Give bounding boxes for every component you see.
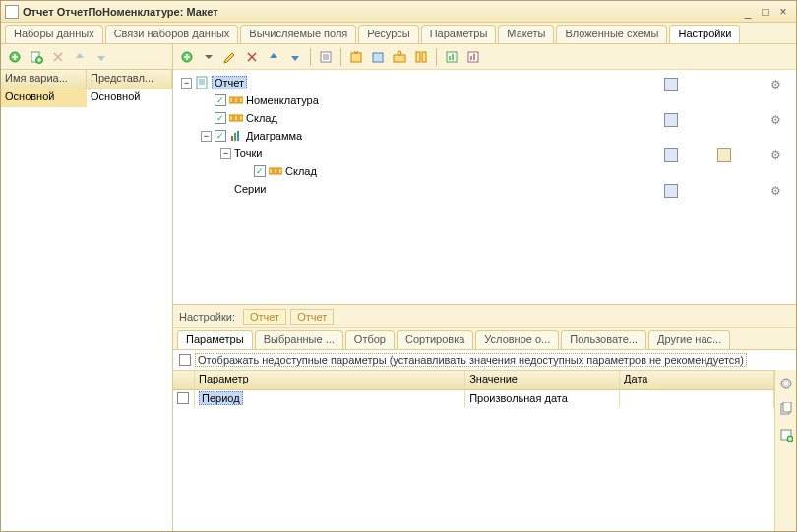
wizard1-icon[interactable]	[346, 47, 366, 67]
expander-icon[interactable]: −	[220, 148, 231, 159]
expander-icon[interactable]: −	[181, 78, 192, 89]
show-unavailable-checkbox[interactable]	[179, 354, 191, 366]
side-add-icon[interactable]	[776, 425, 796, 444]
tree-item[interactable]: ✓Номенклатура⚙	[177, 91, 792, 109]
tree-checkbox[interactable]: ✓	[254, 165, 266, 177]
move-down-icon[interactable]	[92, 47, 111, 67]
main-tabs: Наборы данныхСвязи наборов данныхВычисля…	[1, 23, 796, 44]
tab-макеты[interactable]: Макеты	[498, 25, 554, 43]
params-header: Параметр Значение Дата	[173, 371, 774, 390]
minimize-button[interactable]: _	[739, 5, 757, 19]
up-icon[interactable]	[264, 47, 283, 67]
tree-item[interactable]: Серии	[177, 180, 792, 198]
side-copy-icon[interactable]	[776, 399, 796, 419]
add-icon[interactable]	[5, 47, 25, 67]
tree-item[interactable]: ✓Склад	[177, 162, 792, 180]
side-gear-icon[interactable]	[776, 374, 796, 393]
gear-icon[interactable]: ⚙	[770, 78, 784, 91]
svg-rect-13	[452, 54, 454, 60]
maximize-button[interactable]: □	[757, 5, 774, 19]
window-title: Отчет ОтчетПоНоменклатуре: Макет	[23, 6, 739, 18]
report-icon	[195, 76, 209, 89]
col-date: Дата	[620, 371, 774, 389]
crumb-report-1[interactable]: Отчет	[243, 309, 286, 325]
down-icon[interactable]	[285, 47, 305, 67]
expander-icon[interactable]: −	[201, 131, 212, 142]
variant-row[interactable]: Основной Основной	[1, 89, 172, 107]
tree-item[interactable]: ✓Склад⚙	[177, 109, 792, 127]
right-panel: −Отчет⚙✓Номенклатура⚙✓Склад⚙−✓Диаграмма⚙…	[173, 44, 796, 531]
param-date	[620, 390, 774, 408]
svg-rect-10	[422, 52, 426, 62]
settings-tab-3[interactable]: Сортировка	[397, 330, 473, 349]
tree-root[interactable]: −Отчет⚙	[177, 74, 792, 91]
delete-node-icon[interactable]	[242, 47, 262, 67]
svg-rect-15	[470, 56, 472, 60]
svg-rect-16	[473, 54, 475, 60]
svg-rect-7	[394, 55, 405, 62]
tab-вложенные-схемы[interactable]: Вложенные схемы	[556, 25, 667, 43]
group-icon	[229, 93, 243, 107]
settings-tab-0[interactable]: Параметры	[177, 330, 253, 349]
param-checkbox[interactable]	[177, 392, 189, 404]
settings-tab-2[interactable]: Отбор	[345, 330, 395, 349]
crumb-report-2[interactable]: Отчет	[290, 309, 334, 325]
tree-checkbox[interactable]: ✓	[215, 130, 226, 142]
tab-настройки[interactable]: Настройки	[669, 25, 740, 43]
structure-toolbar	[173, 44, 796, 70]
svg-point-8	[398, 51, 401, 55]
svg-rect-25	[234, 133, 236, 141]
dropdown-icon[interactable]	[199, 47, 218, 67]
tree-checkbox[interactable]: ✓	[215, 112, 226, 124]
svg-rect-23	[239, 115, 243, 121]
tab-связи-наборов-данных[interactable]: Связи наборов данных	[105, 25, 239, 43]
move-up-icon[interactable]	[70, 47, 90, 67]
settings-tabs: ПараметрыВыбранные ...ОтборСортировкаУсл…	[173, 328, 796, 350]
tab-ресурсы[interactable]: Ресурсы	[358, 25, 418, 43]
params-grid-area: Параметр Значение Дата Период Произвольн…	[173, 370, 796, 531]
edit-icon[interactable]	[220, 47, 240, 67]
tab-параметры[interactable]: Параметры	[421, 25, 497, 43]
list-settings-icon[interactable]	[664, 78, 678, 91]
preview2-icon[interactable]	[463, 47, 483, 67]
variants-toolbar	[1, 44, 172, 70]
wizard3-icon[interactable]	[390, 47, 409, 67]
add-copy-icon[interactable]	[27, 47, 46, 67]
svg-rect-19	[234, 97, 238, 103]
titlebar: Отчет ОтчетПоНоменклатуре: Макет _ □ ×	[1, 1, 796, 23]
add-node-icon[interactable]	[177, 47, 197, 67]
group-icon	[229, 111, 243, 125]
variants-panel: Имя вариа... Представл... Основной Основ…	[1, 44, 173, 531]
tree-item[interactable]: −✓Диаграмма⚙	[177, 127, 792, 145]
close-button[interactable]: ×	[774, 5, 792, 19]
svg-rect-20	[239, 97, 243, 103]
tab-наборы-данных[interactable]: Наборы данных	[5, 25, 103, 43]
param-value: Произвольная дата	[465, 390, 620, 408]
properties-icon[interactable]	[316, 47, 336, 67]
settings-tab-1[interactable]: Выбранные ...	[255, 330, 343, 349]
settings-tab-6[interactable]: Другие нас...	[648, 330, 730, 349]
diagram-icon	[229, 129, 243, 143]
svg-rect-33	[783, 402, 791, 412]
app-icon	[5, 5, 19, 19]
delete-icon[interactable]	[48, 47, 68, 67]
settings-tab-5[interactable]: Пользовате...	[561, 330, 646, 349]
svg-rect-21	[229, 115, 233, 121]
tree-checkbox[interactable]: ✓	[215, 94, 226, 106]
param-row[interactable]: Период Произвольная дата	[173, 390, 774, 408]
settings-tab-4[interactable]: Условное о...	[475, 330, 559, 349]
window: Отчет ОтчетПоНоменклатуре: Макет _ □ × Н…	[0, 0, 797, 532]
tree-label: Номенклатура	[246, 94, 319, 106]
tab-вычисляемые-поля[interactable]: Вычисляемые поля	[240, 25, 356, 43]
show-unavailable-row: Отображать недоступные параметры (устана…	[173, 350, 796, 370]
body: Имя вариа... Представл... Основной Основ…	[1, 44, 796, 531]
wizard2-icon[interactable]	[368, 47, 388, 67]
tree-item[interactable]: −Точки	[177, 145, 792, 162]
preview1-icon[interactable]	[442, 47, 461, 67]
structure-tree[interactable]: −Отчет⚙✓Номенклатура⚙✓Склад⚙−✓Диаграмма⚙…	[173, 70, 796, 305]
tree-label: Диаграмма	[246, 130, 302, 142]
svg-rect-29	[278, 168, 282, 174]
svg-rect-6	[373, 53, 383, 62]
settings-label: Настройки:	[179, 311, 235, 323]
wizard4-icon[interactable]	[411, 47, 431, 67]
